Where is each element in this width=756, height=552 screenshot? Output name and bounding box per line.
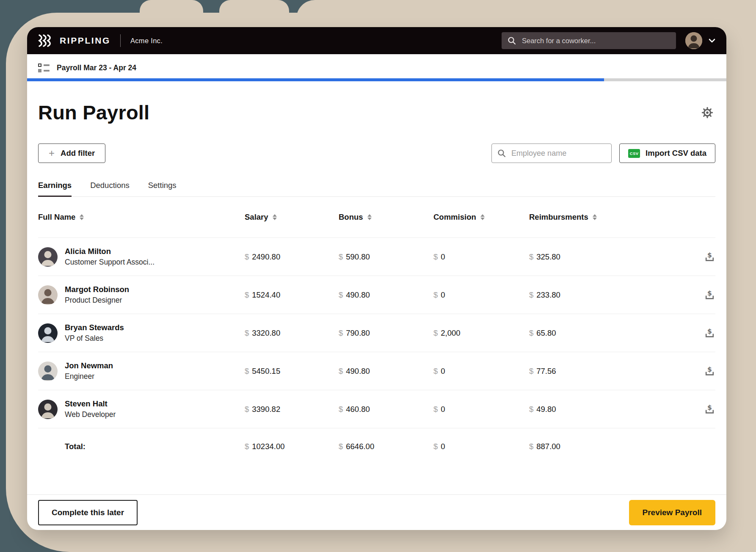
background-decor xyxy=(296,0,756,19)
bonus-value: $490.80 xyxy=(339,367,433,376)
avatar xyxy=(38,247,58,267)
employee-cell: Bryan Stewards VP of Sales xyxy=(38,323,245,343)
avatar xyxy=(38,362,58,381)
column-header-commission[interactable]: Commision xyxy=(433,213,529,222)
total-bonus: $6646.00 xyxy=(339,442,433,451)
employee-role: Product Designer xyxy=(65,296,129,305)
employee-name: Steven Halt xyxy=(65,399,116,408)
employee-name: Alicia Milton xyxy=(65,247,155,256)
column-header-salary[interactable]: Salary xyxy=(245,213,339,222)
total-reimbursements: $887.00 xyxy=(529,442,690,451)
progress-track xyxy=(27,78,726,81)
commission-value: $0 xyxy=(433,405,529,414)
column-header-bonus[interactable]: Bonus xyxy=(339,213,433,222)
reimbursements-value: $77.56 xyxy=(529,367,690,376)
csv-file-icon: CSV xyxy=(628,149,640,158)
tab-deductions[interactable]: Deductions xyxy=(90,181,130,196)
total-commission: $0 xyxy=(433,442,529,451)
salary-value: $5450.15 xyxy=(245,367,339,376)
table-row: Bryan Stewards VP of Sales $3320.80 $790… xyxy=(38,314,715,352)
pay-adjustment-button[interactable]: $ xyxy=(704,289,715,301)
top-navigation-bar: RIPPLING Acme Inc. xyxy=(27,27,726,54)
coworker-search-input[interactable] xyxy=(521,36,670,45)
employee-name-search[interactable] xyxy=(491,144,612,163)
reimbursements-value: $49.80 xyxy=(529,405,690,414)
pay-adjustment-button[interactable]: $ xyxy=(704,251,715,262)
dollar-deposit-icon: $ xyxy=(704,334,715,340)
search-icon xyxy=(497,149,506,157)
footer-action-bar: Complete this later Preview Payroll xyxy=(27,494,726,530)
salary-value: $3320.80 xyxy=(245,328,339,338)
employee-cell: Steven Halt Web Developer xyxy=(38,399,245,419)
bonus-value: $460.80 xyxy=(339,405,433,414)
desktop-canvas: RIPPLING Acme Inc. xyxy=(0,0,756,552)
reimbursements-value: $65.80 xyxy=(529,328,690,338)
bonus-value: $590.80 xyxy=(339,252,433,262)
column-header-reimbursements[interactable]: Reimbursments xyxy=(529,213,690,222)
add-filter-button[interactable]: + Add filter xyxy=(38,144,105,163)
chevron-down-icon[interactable] xyxy=(709,39,715,43)
employee-name: Bryan Stewards xyxy=(65,323,124,332)
brand: RIPPLING Acme Inc. xyxy=(38,34,163,47)
column-header-full-name[interactable]: Full Name xyxy=(38,213,245,222)
employee-cell: Margot Robinson Product Designer xyxy=(38,285,245,305)
main-content: Run Payroll xyxy=(27,81,726,530)
tab-earnings[interactable]: Earnings xyxy=(38,181,72,196)
reimbursements-value: $325.80 xyxy=(529,252,690,262)
import-csv-button[interactable]: CSV Import CSV data xyxy=(619,144,715,163)
employee-role: VP of Sales xyxy=(65,334,124,343)
plus-icon: + xyxy=(49,148,55,158)
table-row: Margot Robinson Product Designer $1524.4… xyxy=(38,276,715,314)
brand-name: RIPPLING xyxy=(60,36,110,46)
background-decor xyxy=(140,0,203,19)
coworker-search[interactable] xyxy=(502,32,676,49)
pay-adjustment-button[interactable]: $ xyxy=(704,403,715,415)
total-label: Total: xyxy=(38,442,245,451)
search-icon xyxy=(508,36,516,45)
avatar xyxy=(38,285,58,305)
employee-name-input[interactable] xyxy=(510,149,606,158)
table-header: Full Name Salary Bonus Commision Reimbur… xyxy=(38,197,715,238)
sort-icon xyxy=(273,214,277,221)
import-csv-label: Import CSV data xyxy=(646,149,706,158)
dollar-deposit-icon: $ xyxy=(704,372,715,378)
dollar-deposit-icon: $ xyxy=(704,295,715,302)
rippling-logo-icon xyxy=(38,34,53,47)
gear-icon xyxy=(701,114,714,120)
settings-button[interactable] xyxy=(699,105,715,121)
svg-text:$: $ xyxy=(707,404,712,411)
sort-icon xyxy=(480,214,485,221)
payroll-run-list-icon xyxy=(38,63,50,72)
commission-value: $0 xyxy=(433,290,529,300)
pay-adjustment-button[interactable]: $ xyxy=(704,327,715,339)
svg-text:$: $ xyxy=(707,366,712,373)
user-avatar[interactable] xyxy=(685,32,702,49)
table-total-row: Total: $10234.00 $6646.00 $0 $887.00 xyxy=(38,428,715,465)
salary-value: $1524.40 xyxy=(245,290,339,300)
employee-cell: Jon Newman Engineer xyxy=(38,361,245,381)
employee-name: Jon Newman xyxy=(65,361,113,370)
pay-adjustment-button[interactable]: $ xyxy=(704,365,715,377)
tab-settings[interactable]: Settings xyxy=(148,181,177,196)
app-window: RIPPLING Acme Inc. xyxy=(27,27,726,530)
avatar xyxy=(38,400,58,419)
avatar xyxy=(38,323,58,343)
svg-text:$: $ xyxy=(707,251,712,259)
progress-fill xyxy=(27,78,604,81)
table-row: Alicia Milton Customer Support Associ...… xyxy=(38,238,715,276)
breadcrumb-bar: Payroll Mar 23 - Apr 24 xyxy=(27,54,726,81)
employee-role: Web Developer xyxy=(65,410,116,419)
background-decor xyxy=(219,0,289,19)
user-menu[interactable] xyxy=(685,32,715,49)
employee-name: Margot Robinson xyxy=(65,285,129,294)
dollar-deposit-icon: $ xyxy=(704,410,715,416)
divider xyxy=(120,34,121,47)
commission-value: $0 xyxy=(433,367,529,376)
salary-value: $2490.80 xyxy=(245,252,339,262)
title-row: Run Payroll xyxy=(38,101,715,124)
preview-payroll-button[interactable]: Preview Payroll xyxy=(629,500,715,525)
employee-role: Customer Support Associ... xyxy=(65,258,155,267)
sort-icon xyxy=(593,214,597,221)
complete-later-button[interactable]: Complete this later xyxy=(38,500,138,525)
salary-value: $3390.82 xyxy=(245,405,339,414)
